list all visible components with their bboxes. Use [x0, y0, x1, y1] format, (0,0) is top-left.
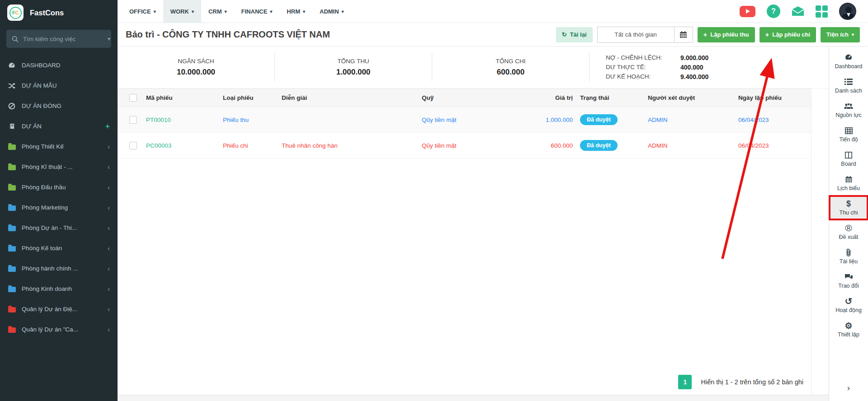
youtube-icon[interactable] [740, 6, 755, 17]
chevron-left-icon[interactable]: ‹ [108, 183, 110, 191]
chevron-left-icon[interactable]: ‹ [108, 224, 110, 232]
status-badge: Đã duyệt [580, 140, 618, 151]
page-1-button[interactable]: 1 [678, 375, 692, 389]
chevron-left-icon[interactable]: ‹ [108, 326, 110, 333]
top-nav-bar: OFFICE▾ WORK▾ CRM▾ FINANCE▾ HRM▾ ADMIN▾ … [118, 0, 868, 23]
sidebar-item-phong-dau-thau[interactable]: Phòng Đấu thầu ‹ [0, 177, 118, 197]
sidebar-item-phong-ki-thuat[interactable]: Phòng Kĩ thuật - ... ‹ [0, 157, 118, 177]
book-icon [8, 123, 16, 130]
voucher-code-link[interactable]: PT00010 [146, 117, 171, 123]
date-filter [597, 27, 693, 43]
create-payment-button[interactable]: +Lập phiếu chi [760, 27, 816, 42]
row-checkbox[interactable] [129, 142, 137, 149]
table-header-row: Mã phiếu Loại phiếu Diễn giải Quỹ Giá tr… [118, 89, 811, 107]
sidebar-item-phong-ke-toan[interactable]: Phòng Kế toán ‹ [0, 238, 118, 258]
fastcons-logo-icon: FC [7, 5, 24, 21]
board-columns-icon [845, 150, 852, 159]
shuffle-icon [8, 82, 16, 89]
utilities-button[interactable]: Tiện ích▾ [821, 27, 860, 42]
caret-down-icon: ▾ [192, 9, 194, 14]
right-tab-board[interactable]: Board [829, 147, 868, 171]
list-icon [844, 77, 853, 86]
nav-finance[interactable]: FINANCE▾ [234, 0, 280, 23]
sidebar-item-phong-du-an-thi[interactable]: Phòng Dự án - Thi... ‹ [0, 218, 118, 238]
apps-grid-icon[interactable] [816, 5, 828, 18]
nav-crm[interactable]: CRM▾ [201, 0, 234, 23]
sidebar-item-du-an-mau[interactable]: DỰ ÁN MẪU [0, 75, 118, 96]
sidebar-item-phong-kinh-doanh[interactable]: Phòng Kinh doanh ‹ [0, 279, 118, 299]
right-tab-thiet-lap[interactable]: ⚙ Thiết lập [829, 317, 868, 342]
help-icon[interactable]: ? [767, 5, 780, 18]
caret-down-icon: ▾ [852, 32, 854, 37]
chevron-left-icon[interactable]: ‹ [108, 204, 110, 211]
right-tab-lich-bieu[interactable]: Lịch biểu [829, 171, 868, 196]
table-row[interactable]: PT00010 Phiếu thu Qũy tiền mặt 1.000.000… [118, 107, 811, 133]
sidebar-item-du-an[interactable]: DỰ ÁN + [0, 116, 118, 136]
search-dropdown-caret-icon[interactable]: ▾ [108, 36, 110, 42]
right-tab-nguon-luc[interactable]: Nguồn lực [829, 98, 868, 122]
reload-button[interactable]: ↻Tải lại [556, 27, 593, 42]
caret-down-icon: ▾ [303, 9, 305, 14]
date-range-input[interactable] [597, 27, 674, 43]
app-window: FC FastCons ▾ DASHBOARD DỰ ÁN MẪU [0, 0, 868, 401]
stat-detail-block: NỢ - CHÊNH LỆCH:9.000.000 DƯ THỰC TẾ:400… [590, 53, 811, 82]
nav-work[interactable]: WORK▾ [163, 0, 201, 23]
comments-icon [844, 272, 853, 281]
paperclip-icon [846, 248, 851, 257]
right-tab-tai-lieu[interactable]: Tài liệu [829, 244, 868, 269]
right-tab-thu-chi[interactable]: $ Thu chi [829, 196, 868, 220]
voucher-code-link[interactable]: PC00003 [146, 142, 171, 149]
sidebar-item-phong-marketing[interactable]: Phòng Marketing ‹ [0, 197, 118, 218]
sidebar-collapse-chevron-icon[interactable]: › [829, 377, 868, 401]
chevron-left-icon[interactable]: ‹ [108, 143, 110, 150]
search-input[interactable] [23, 36, 103, 42]
nav-admin[interactable]: ADMIN▾ [312, 0, 351, 23]
chevron-left-icon[interactable]: ‹ [108, 244, 110, 252]
calendar-icon[interactable] [674, 27, 693, 43]
right-tab-trao-doi[interactable]: Trao đổi [829, 269, 868, 293]
folder-icon [8, 184, 16, 191]
user-avatar[interactable] [839, 3, 856, 20]
stat-budget: NGÂN SÁCH 10.000.000 [118, 53, 275, 82]
caret-down-icon: ▾ [154, 9, 156, 14]
sidebar-item-quan-ly-du-an-ca[interactable]: Quản lý Dự án "Ca... ‹ [0, 319, 118, 340]
folder-icon [8, 285, 16, 292]
folder-icon [8, 163, 16, 170]
ban-icon [8, 103, 16, 110]
folder-icon [8, 224, 16, 231]
create-receipt-button[interactable]: +Lập phiếu thu [698, 27, 755, 42]
sidebar-item-phong-thiet-ke[interactable]: Phòng Thiết Kế ‹ [0, 136, 118, 157]
nav-hrm[interactable]: HRM▾ [279, 0, 312, 23]
right-tab-dashboard[interactable]: Dashboard [829, 49, 868, 74]
pagination-summary: Hiển thị 1 - 2 trên tổng số 2 bản ghi [701, 378, 803, 386]
folder-icon [8, 204, 16, 211]
chevron-left-icon[interactable]: ‹ [108, 265, 110, 272]
select-all-checkbox[interactable] [129, 94, 137, 102]
chevron-left-icon[interactable]: ‹ [108, 305, 110, 313]
right-sidebar: Dashboard Danh sách Nguồn lực [829, 47, 868, 401]
right-tab-de-xuat[interactable]: ® Đề xuất [829, 220, 868, 244]
sidebar-item-quan-ly-du-an-die[interactable]: Quản lý Dự án Điệ... ‹ [0, 299, 118, 319]
chevron-left-icon[interactable]: ‹ [108, 163, 110, 171]
sidebar-item-dashboard[interactable]: DASHBOARD [0, 55, 118, 75]
brand-header[interactable]: FC FastCons [0, 0, 118, 25]
mail-icon[interactable] [792, 6, 804, 16]
gear-icon: ⚙ [844, 321, 852, 330]
add-project-button[interactable]: + [105, 122, 110, 131]
row-checkbox[interactable] [129, 116, 137, 124]
tachometer-icon [8, 62, 16, 69]
task-search-box[interactable]: ▾ [6, 30, 111, 48]
right-tab-danh-sach[interactable]: Danh sách [829, 74, 868, 98]
nav-office[interactable]: OFFICE▾ [122, 0, 163, 23]
right-tab-tien-do[interactable]: Tiến độ [829, 122, 868, 147]
table-grid-icon [845, 126, 853, 135]
chevron-left-icon[interactable]: ‹ [108, 285, 110, 293]
right-tab-hoat-dong[interactable]: ↺ Hoạt động [829, 293, 868, 317]
sidebar-item-du-an-dong[interactable]: DỰ ÁN ĐÓNG [0, 96, 118, 116]
caret-down-icon: ▾ [225, 9, 227, 14]
table-row[interactable]: PC00003 Phiếu chi Thuê nhân công hàn Qũy… [118, 133, 811, 159]
sidebar-item-phong-hanh-chinh[interactable]: Phòng hành chính ... ‹ [0, 258, 118, 279]
folder-icon [8, 245, 16, 252]
vouchers-table: Mã phiếu Loại phiếu Diễn giải Quỹ Giá tr… [118, 89, 829, 395]
plus-icon: + [765, 31, 769, 38]
